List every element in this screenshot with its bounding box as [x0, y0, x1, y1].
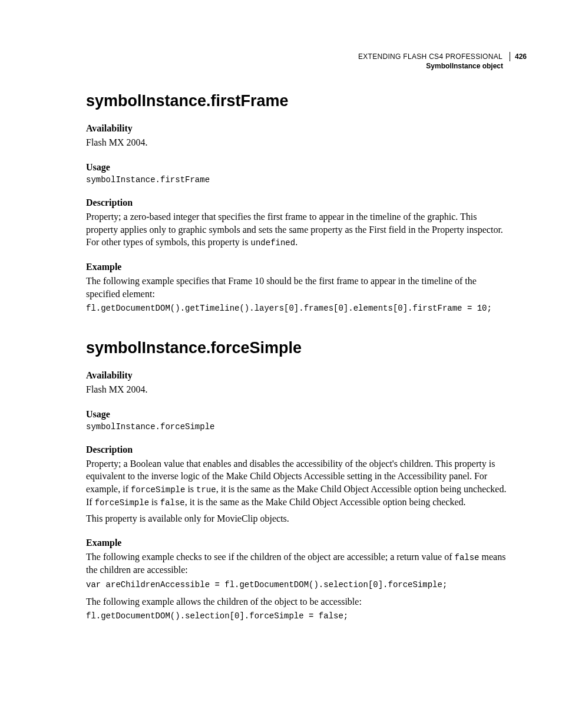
page-number: 426	[515, 52, 527, 61]
description-label: Description	[86, 444, 510, 455]
section-heading-firstframe: symbolInstance.firstFrame	[86, 92, 510, 110]
usage-label: Usage	[86, 409, 510, 420]
desc-text: is	[185, 484, 196, 494]
usage-code: symbolInstance.forceSimple	[86, 422, 510, 431]
page-header: EXTENDING FLASH CS4 PROFESSIONAL 426 Sym…	[86, 52, 510, 71]
description-label: Description	[86, 197, 510, 208]
description-text: Property; a Boolean value that enables a…	[86, 457, 510, 509]
example-text-pre: The following example checks to see if t…	[86, 552, 455, 562]
document-page: EXTENDING FLASH CS4 PROFESSIONAL 426 Sym…	[0, 0, 562, 662]
inline-code-forcesimple: forceSimple	[131, 485, 185, 495]
inline-code-undefined: undefined	[251, 238, 296, 248]
book-title: EXTENDING FLASH CS4 PROFESSIONAL	[358, 52, 510, 61]
example-code: fl.getDocumentDOM().getTimeline().layers…	[86, 304, 510, 313]
example-code-1: var areChildrenAccessible = fl.getDocume…	[86, 580, 510, 589]
availability-text: Flash MX 2004.	[86, 383, 510, 396]
desc-text: , it is the same as the Make Child Objec…	[185, 497, 466, 507]
chapter-title: SymbolInstance object	[426, 62, 510, 70]
inline-code-false: false	[160, 498, 185, 508]
example-code-2: fl.getDocumentDOM().selection[0].forceSi…	[86, 611, 510, 621]
availability-label: Availability	[86, 370, 510, 381]
availability-label: Availability	[86, 123, 510, 134]
example-label: Example	[86, 262, 510, 272]
example-text-1: The following example checks to see if t…	[86, 551, 510, 576]
usage-label: Usage	[86, 162, 510, 173]
desc-text: is	[149, 497, 160, 507]
description-post: .	[295, 237, 297, 247]
usage-code: symbolInstance.firstFrame	[86, 175, 510, 185]
example-text-2: The following example allows the childre…	[86, 595, 510, 608]
example-label: Example	[86, 538, 510, 548]
description-note: This property is available only for Movi…	[86, 512, 510, 525]
inline-code-false: false	[455, 553, 480, 562]
availability-text: Flash MX 2004.	[86, 136, 510, 149]
example-text: The following example specifies that Fra…	[86, 275, 510, 300]
description-text: Property; a zero-based integer that spec…	[86, 210, 510, 249]
section-heading-forcesimple: symbolInstance.forceSimple	[86, 339, 510, 357]
inline-code-forcesimple: forceSimple	[95, 498, 149, 508]
inline-code-true: true	[196, 485, 216, 495]
